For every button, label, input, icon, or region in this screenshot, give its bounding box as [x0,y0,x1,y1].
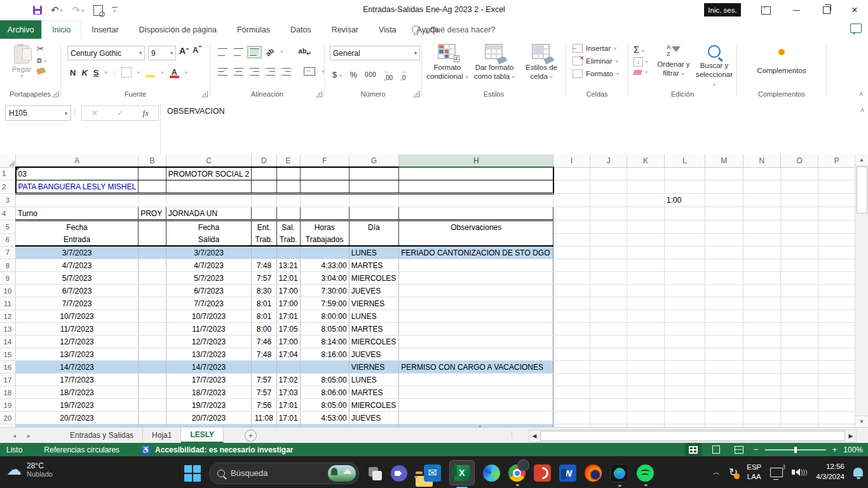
cancel-icon[interactable]: ✕ [92,109,98,118]
tab-formulas[interactable]: Fórmulas [227,20,280,39]
fill-color-icon[interactable] [146,68,155,78]
cell-B14[interactable] [139,336,166,348]
select-all-button[interactable] [0,154,16,167]
cell-G4[interactable] [349,207,399,220]
cell-G2[interactable] [349,180,399,194]
zoom-slider-handle[interactable] [794,447,797,453]
row-header-17[interactable]: 17 [0,374,16,386]
cell-A7[interactable]: 3/7/2023 [16,246,139,259]
cell-N20[interactable] [743,412,780,424]
volume-icon[interactable]: ))) [792,468,807,476]
cell-D6[interactable]: Trab. [252,233,276,246]
cell-D16[interactable] [252,361,276,374]
number-dialog-launcher[interactable] [413,91,419,97]
cell-L6[interactable] [665,233,705,246]
cell-P2[interactable] [818,180,855,194]
zoom-slider[interactable] [765,449,826,451]
cell-M15[interactable] [705,348,743,361]
cell-B19[interactable] [139,399,166,412]
cell-E7[interactable] [276,246,300,259]
cell-D18[interactable]: 7:57 [252,386,276,399]
cell-D11[interactable]: 8:01 [252,297,276,310]
cell-F19[interactable]: 8:05:00 [300,399,349,412]
cell-J11[interactable] [590,297,627,310]
cell-J15[interactable] [590,348,627,361]
cell-H2[interactable] [399,180,553,194]
cell-J2[interactable] [590,180,627,194]
zoom-out-icon[interactable]: − [754,445,759,454]
cell-C9[interactable]: 5/7/2023 [166,272,251,285]
cell-C16[interactable]: 14/7/2023 [166,361,251,374]
column-header-H[interactable]: H [399,154,553,167]
cell-G14[interactable]: MIERCOLES [349,336,399,348]
cell-F11[interactable]: 7:59:00 [300,297,349,310]
cell-P12[interactable] [818,310,855,323]
cell-O12[interactable] [780,310,818,323]
cell-A20[interactable]: 20/7/2023 [16,412,139,424]
chrome-icon[interactable] [508,464,526,482]
cell-M6[interactable] [705,233,743,246]
cell-N7[interactable] [743,246,780,259]
cell-C14[interactable]: 12/7/2023 [166,336,251,348]
cell-K7[interactable] [627,246,665,259]
cell-H12[interactable] [399,310,553,323]
row-header-20[interactable]: 20 [0,412,16,424]
cell-L15[interactable] [665,348,705,361]
cell-B3[interactable] [139,194,166,207]
cell-E15[interactable]: 17:04 [276,348,300,361]
cell-N15[interactable] [743,348,780,361]
cell-K16[interactable] [627,361,665,374]
cell-B17[interactable] [139,374,166,386]
formula-bar[interactable]: OBSERVACION [160,103,853,154]
cell-D14[interactable]: 7:46 [252,336,276,348]
clipboard-dialog-launcher[interactable] [52,91,58,97]
cell-F20[interactable]: 4:53:00 [300,412,349,424]
cell-H5[interactable]: Observaciones [399,220,553,234]
mail-icon[interactable] [424,464,441,482]
tab-archivo[interactable]: Archivo [0,20,41,39]
sort-filter-button[interactable]: AZ Ordenar y filtrar ˅ [654,44,693,78]
cell-O11[interactable] [780,297,818,310]
cell-E17[interactable]: 17:02 [276,374,300,386]
percent-icon[interactable]: % [350,70,358,79]
cell-N9[interactable] [743,272,780,285]
tab-revisar[interactable]: Revisar [322,20,369,39]
cell-F8[interactable]: 4:33:00 [300,259,349,272]
cell-L13[interactable] [665,323,705,336]
cell-L2[interactable] [665,180,705,194]
cell-K14[interactable] [627,336,665,348]
cell-G19[interactable]: MIERCOLES [349,399,399,412]
namebox-splitter[interactable]: ⋮ [71,107,79,116]
cell-G20[interactable]: JUEVES [349,412,399,424]
cell-E3[interactable] [276,194,300,207]
cell-P13[interactable] [818,323,855,336]
cell-L17[interactable] [665,374,705,386]
column-header-L[interactable]: L [665,154,705,167]
cell-J3[interactable] [590,194,627,207]
cell-L14[interactable] [665,336,705,348]
align-left-icon[interactable] [218,68,227,76]
cell-I1[interactable] [553,167,590,180]
alignment-dialog-launcher[interactable] [316,91,322,97]
cell-J13[interactable] [590,323,627,336]
cut-icon[interactable]: ✂ [37,44,47,53]
paste-button[interactable]: Pegar ˅ [9,45,34,79]
comma-style-icon[interactable]: 000 [365,71,376,78]
cell-P14[interactable] [818,336,855,348]
column-header-K[interactable]: K [627,154,665,167]
cell-A5[interactable]: Fecha [16,220,139,234]
underline-button[interactable]: S [93,68,99,78]
row-header-3[interactable]: 3 [0,194,16,207]
cell-B16[interactable] [139,361,166,374]
column-header-G[interactable]: G [349,154,399,167]
cell-styles-button[interactable]: Estilos de celda ˅ [519,44,564,81]
column-header-F[interactable]: F [300,154,349,167]
network-icon[interactable] [770,468,783,477]
cell-D5[interactable]: Ent. [252,220,276,234]
worksheet-grid[interactable]: ABCDEFGHIJKLMNOP103PROMOTOR SOCIAL 22PAT… [0,154,855,427]
cell-N6[interactable] [743,233,780,246]
row-header-12[interactable]: 12 [0,310,16,323]
column-header-I[interactable]: I [553,154,590,167]
column-header-C[interactable]: C [166,154,251,167]
tab-datos[interactable]: Datos [280,20,322,39]
